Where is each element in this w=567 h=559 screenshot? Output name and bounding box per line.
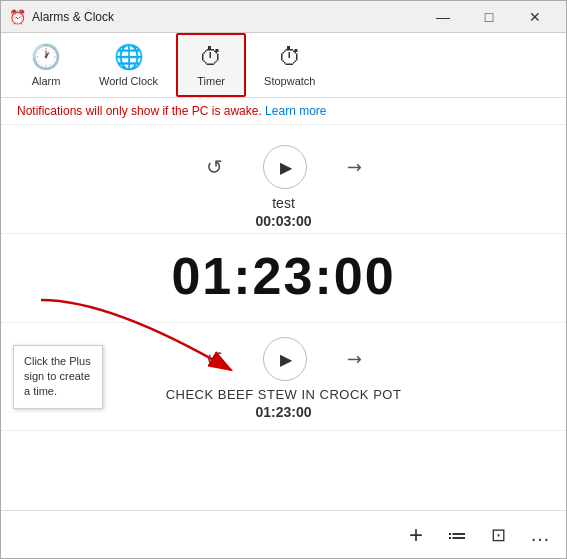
- timer-1-play-button[interactable]: ▶: [263, 145, 307, 189]
- stopwatch-icon: ⏱: [278, 43, 302, 71]
- timer-1-name: test: [272, 195, 295, 211]
- nav-world-clock-label: World Clock: [99, 75, 158, 87]
- timer-1-controls: ↺ ▶ ↗: [17, 145, 550, 189]
- title-controls: — □ ✕: [420, 1, 558, 33]
- title-bar: ⏰ Alarms & Clock — □ ✕: [1, 1, 566, 33]
- app-title: Alarms & Clock: [32, 10, 114, 24]
- tooltip-box: Click the Plus sign to create a time.: [13, 344, 103, 408]
- add-timer-button[interactable]: +: [409, 521, 423, 549]
- alarm-icon: 🕐: [31, 43, 61, 71]
- timer-2-time: 01:23:00: [255, 404, 311, 420]
- more-button[interactable]: …: [530, 523, 550, 546]
- nav-timer-label: Timer: [197, 75, 225, 87]
- timer-item-1: ↺ ▶ ↗ test 00:03:00: [1, 135, 566, 234]
- nav-alarm-label: Alarm: [32, 75, 61, 87]
- notification-bar: Notifications will only show if the PC i…: [1, 98, 566, 125]
- timer-icon: ⏱: [199, 43, 223, 71]
- play-icon-1: ▶: [277, 158, 292, 177]
- app-window: ⏰ Alarms & Clock — □ ✕ 🕐 Alarm 🌐 World C…: [0, 0, 567, 559]
- nav-stopwatch[interactable]: ⏱ Stopwatch: [246, 33, 333, 97]
- minimize-button[interactable]: —: [420, 1, 466, 33]
- close-button[interactable]: ✕: [512, 1, 558, 33]
- timer-1-reset-button[interactable]: ↺: [206, 155, 223, 179]
- maximize-button[interactable]: □: [466, 1, 512, 33]
- tooltip-text: Click the Plus sign to create a time.: [24, 354, 91, 397]
- learn-more-link[interactable]: Learn more: [265, 104, 326, 118]
- nav-timer[interactable]: ⏱ Timer: [176, 33, 246, 97]
- nav-world-clock[interactable]: 🌐 World Clock: [81, 33, 176, 97]
- pin-button[interactable]: ⊡: [491, 523, 506, 546]
- world-clock-icon: 🌐: [114, 43, 144, 71]
- content-area: ↺ ▶ ↗ test 00:03:00 01:23:00 Click the P…: [1, 125, 566, 558]
- nav-stopwatch-label: Stopwatch: [264, 75, 315, 87]
- app-icon: ⏰: [9, 9, 26, 25]
- title-bar-left: ⏰ Alarms & Clock: [9, 9, 114, 25]
- bottom-bar: + ≔ ⊡ …: [1, 510, 566, 558]
- pin-icon: ⊡: [491, 525, 506, 545]
- timer-item-2: Click the Plus sign to create a time. ↺ …: [1, 323, 566, 431]
- timer-1-expand-button[interactable]: ↗: [341, 154, 367, 180]
- nav-bar: 🕐 Alarm 🌐 World Clock ⏱ Timer ⏱ Stopwatc…: [1, 33, 566, 98]
- list-view-button[interactable]: ≔: [447, 523, 467, 547]
- timer-1-time: 00:03:00: [255, 213, 311, 229]
- timer-list: ↺ ▶ ↗ test 00:03:00 01:23:00 Click the P…: [1, 125, 566, 510]
- nav-alarm[interactable]: 🕐 Alarm: [11, 33, 81, 97]
- notification-text: Notifications will only show if the PC i…: [17, 104, 265, 118]
- timer-2-expand-button[interactable]: ↗: [341, 346, 367, 372]
